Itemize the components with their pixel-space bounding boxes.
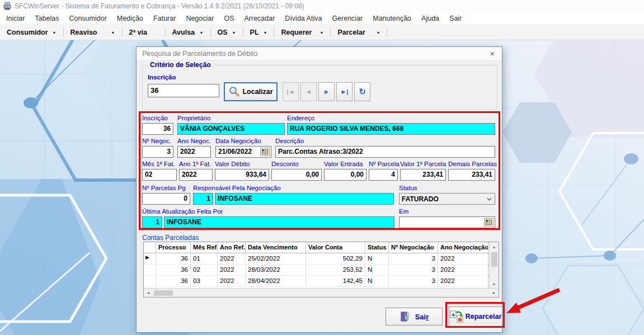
table-row[interactable]: 36 03 2022 28/04/2022 142,45 N 3 2022 <box>144 276 488 287</box>
col-header-ano-ref[interactable]: Ano Ref. <box>218 242 246 253</box>
ano-negoc-input[interactable]: 2022 <box>177 146 211 158</box>
nav-last-button[interactable]: ►| <box>336 82 352 101</box>
menu-medicao[interactable]: Medição <box>112 13 148 23</box>
toolbar-os-label: OS <box>218 29 228 36</box>
menu-consumidor[interactable]: Consumidor <box>64 13 111 23</box>
nav-first-button[interactable]: |◄ <box>283 82 299 101</box>
col-header-mes-ref[interactable]: Mês Ref. <box>191 242 218 253</box>
inscricao-search-label: Inscrição <box>148 74 176 81</box>
menu-divida-ativa[interactable]: Dívida Ativa <box>280 13 327 23</box>
descricao-input[interactable]: Parc.Contas Atraso:3/2022 <box>275 146 495 158</box>
toolbar-consumidor[interactable]: Consumidor ▼ <box>1 26 62 39</box>
em-input[interactable] <box>399 216 495 228</box>
grid-header-selector <box>144 242 156 253</box>
nav-next-button[interactable]: ► <box>318 82 335 101</box>
cell-processo: 36 <box>156 265 191 276</box>
calendar-icon <box>262 149 268 154</box>
reparcelar-button[interactable]: Reparcelar <box>449 306 502 327</box>
ultima-atualizacao-code-input[interactable]: 1 <box>142 216 162 228</box>
dropdown-arrow-icon: ▼ <box>53 31 57 35</box>
dropdown-arrow-icon: ▼ <box>377 31 380 35</box>
responsavel-code-input[interactable]: 1 <box>193 193 213 205</box>
sair-button[interactable]: Sair <box>386 308 443 325</box>
field-label: Descrição <box>275 138 495 145</box>
status-dropdown[interactable]: FATURADO <box>399 193 495 205</box>
close-icon[interactable]: × <box>483 47 502 60</box>
toolbar-reaviso[interactable]: Reaviso ▼ <box>65 26 121 39</box>
toolbar-parcelar[interactable]: Parcelar ▼ <box>332 26 386 39</box>
proprietario-input[interactable]: VÂNIA GONÇALVES <box>177 123 285 135</box>
dialog-titlebar[interactable]: Pesquisa de Parcelamento de Débito × <box>137 47 502 60</box>
valor-debito-input[interactable]: 933,64 <box>215 169 269 181</box>
desconto-input[interactable]: 0,00 <box>271 169 322 181</box>
cell-valor-conta: 253,52 <box>306 265 365 276</box>
demais-parcelas-input[interactable]: 233,41 <box>448 169 495 181</box>
scroll-down-icon[interactable]: ▼ <box>490 280 499 289</box>
toolbar-os[interactable]: OS ▼ <box>212 26 242 39</box>
scroll-left-icon[interactable]: ◄ <box>144 289 153 298</box>
col-header-valor-conta[interactable]: Valor Conta <box>306 242 365 253</box>
table-row[interactable]: 36 02 2022 28/03/2022 253,52 N 3 2022 <box>144 265 488 276</box>
toolbar-pl-label: PL <box>250 29 259 36</box>
menu-negociar[interactable]: Negociar <box>181 13 219 23</box>
vertical-scrollbar[interactable]: ▲ ▼ <box>489 242 499 289</box>
ultima-atualizacao-nome-input[interactable]: INFOSANE <box>164 216 394 228</box>
endereco-input[interactable]: RUA ROGERIO SILVA MENDES, 668 <box>287 123 495 135</box>
field-inscricao: Inscrição 36 <box>142 115 173 135</box>
toolbar-requerer-label: Requerer <box>281 29 312 36</box>
valor-entrada-input[interactable]: 0,00 <box>324 169 366 181</box>
record-navigator: |◄ ◄ ► ►| ↻ <box>283 82 370 101</box>
field-label: Demais Parcelas <box>448 161 495 168</box>
menu-os[interactable]: OS <box>219 13 239 23</box>
col-header-processo[interactable]: Processo <box>156 242 191 253</box>
cell-ano-negociacao: 2022 <box>438 276 488 287</box>
menu-faturar[interactable]: Faturar <box>148 13 181 23</box>
toolbar-separator <box>274 27 274 37</box>
menu-tabelas[interactable]: Tabelas <box>30 13 64 23</box>
data-negociacao-input[interactable]: 21/06/2022 <box>215 146 271 158</box>
responsavel-nome-input[interactable]: INFOSANE <box>215 193 394 205</box>
scrollbar-thumb[interactable] <box>154 290 173 296</box>
calendar-picker-button[interactable] <box>484 218 493 227</box>
toolbar-requerer[interactable]: Requerer ▼ <box>275 26 329 39</box>
toolbar-avulsa[interactable]: Avulsa ▼ <box>167 26 209 39</box>
menu-sair[interactable]: Sair <box>444 13 467 23</box>
inscricao-input[interactable]: 36 <box>142 123 173 135</box>
nav-refresh-button[interactable]: ↻ <box>354 82 370 101</box>
nav-prev-button[interactable]: ◄ <box>300 82 317 101</box>
menu-iniciar[interactable]: Iniciar <box>1 13 30 23</box>
row-selector-cell <box>144 265 156 276</box>
valor-1-parcela-input[interactable]: 233,41 <box>400 169 446 181</box>
menu-arrecadar[interactable]: Arrecadar <box>239 13 280 23</box>
scroll-right-icon[interactable]: ► <box>490 289 499 298</box>
menu-manutencao[interactable]: Manutenção <box>368 13 416 23</box>
dropdown-arrow-icon: ▼ <box>200 31 204 35</box>
field-n-parcelas-pg: Nº Parcelas Pg 0 <box>142 185 190 205</box>
mes-1-fat-input[interactable]: 02 <box>142 169 177 181</box>
dropdown-arrow-icon: ▼ <box>264 31 267 35</box>
ano-1-fat-input[interactable]: 2022 <box>179 169 213 181</box>
menu-ajuda[interactable]: Ajuda <box>416 13 444 23</box>
calendar-picker-button[interactable] <box>260 148 270 156</box>
n-parcela-input[interactable]: 4 <box>369 169 398 181</box>
table-row[interactable]: ▶ 36 01 2022 25/02/2022 502,29 N 3 2022 <box>144 253 488 265</box>
toolbar-segunda-via[interactable]: 2ª via <box>124 26 164 39</box>
cell-n-negociacao: 3 <box>389 276 438 287</box>
col-header-data-vencimento[interactable]: Data Vencimento <box>246 242 306 253</box>
inscricao-search-input[interactable]: 36 <box>148 84 219 97</box>
col-header-status[interactable]: Status <box>365 242 389 253</box>
dialog-title: Pesquisa de Parcelamento de Débito <box>137 50 257 58</box>
toolbar-pl[interactable]: PL ▼ <box>245 26 273 39</box>
col-header-ano-negociacao[interactable]: Ano Negociação <box>438 242 488 253</box>
dialog-pesquisa-parcelamento: Pesquisa de Parcelamento de Débito × Cri… <box>136 46 502 333</box>
menu-gerenciar[interactable]: Gerenciar <box>327 13 368 23</box>
cell-ano-ref: 2022 <box>218 276 246 287</box>
scroll-up-icon[interactable]: ▲ <box>490 242 499 251</box>
localizar-button[interactable]: Localizar <box>224 82 278 101</box>
toolbar-separator <box>210 27 211 37</box>
n-negoc-input[interactable]: 3 <box>142 146 173 158</box>
scrollbar-thumb[interactable] <box>491 252 497 267</box>
horizontal-scrollbar[interactable]: ◄ ► <box>144 288 499 297</box>
col-header-n-negociacao[interactable]: Nº Negociação <box>389 242 438 253</box>
n-parcelas-pg-input[interactable]: 0 <box>142 193 190 205</box>
